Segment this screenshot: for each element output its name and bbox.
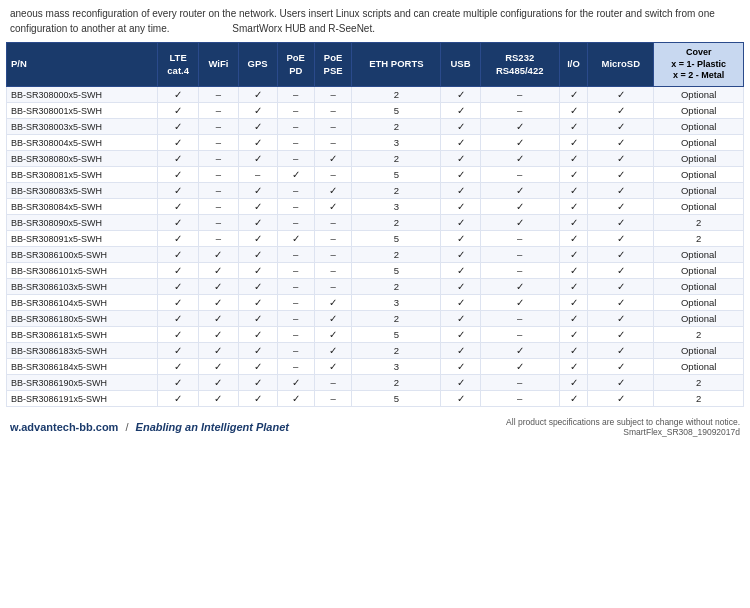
cell-value: ✓ — [559, 215, 588, 231]
cell-value: ✓ — [588, 391, 654, 407]
footer-website[interactable]: w.advantech-bb.com — [10, 421, 118, 433]
col-eth: ETH PORTS — [352, 43, 441, 87]
cell-value: ✓ — [157, 263, 199, 279]
cell-value: ✓ — [199, 391, 238, 407]
cell-value: ✓ — [157, 167, 199, 183]
cell-value: 2 — [352, 151, 441, 167]
table-row: BB-SR3086104x5-SWH✓✓✓–✓3✓✓✓✓Optional — [7, 295, 744, 311]
cell-value: – — [277, 103, 314, 119]
cell-value: – — [277, 327, 314, 343]
cell-value: – — [277, 135, 314, 151]
cell-value: ✓ — [157, 375, 199, 391]
top-text-right: SmartWorx HUB and R-SeeNet. — [232, 23, 375, 34]
cell-value: Optional — [654, 295, 744, 311]
cell-value: ✓ — [588, 375, 654, 391]
cell-value: ✓ — [441, 87, 480, 103]
cell-value: ✓ — [277, 375, 314, 391]
cell-value: ✓ — [157, 135, 199, 151]
cell-value: ✓ — [277, 231, 314, 247]
cell-value: 5 — [352, 327, 441, 343]
cell-value: – — [314, 119, 352, 135]
cell-value: 2 — [352, 87, 441, 103]
cell-value: ✓ — [559, 167, 588, 183]
cell-value: – — [314, 215, 352, 231]
cell-value: – — [277, 183, 314, 199]
table-row: BB-SR308000x5-SWH✓–✓––2✓–✓✓Optional — [7, 87, 744, 103]
cell-value: 2 — [654, 231, 744, 247]
cell-value: 2 — [654, 375, 744, 391]
cell-value: ✓ — [157, 215, 199, 231]
cell-value: – — [277, 119, 314, 135]
cell-value: ✓ — [480, 359, 559, 375]
cell-value: ✓ — [157, 359, 199, 375]
cell-value: ✓ — [441, 167, 480, 183]
cell-value: ✓ — [157, 391, 199, 407]
cell-value: – — [480, 375, 559, 391]
cell-value: – — [199, 183, 238, 199]
cell-value: – — [314, 375, 352, 391]
cell-value: – — [199, 135, 238, 151]
cell-value: – — [199, 151, 238, 167]
cell-pn: BB-SR3086191x5-SWH — [7, 391, 158, 407]
cell-value: ✓ — [441, 183, 480, 199]
cell-value: ✓ — [157, 183, 199, 199]
cell-value: ✓ — [559, 359, 588, 375]
cell-value: ✓ — [588, 215, 654, 231]
cell-value: ✓ — [559, 231, 588, 247]
cell-value: ✓ — [157, 343, 199, 359]
table-row: BB-SR3086181x5-SWH✓✓✓–✓5✓–✓✓2 — [7, 327, 744, 343]
col-poe-pse: PoEPSE — [314, 43, 352, 87]
cell-value: – — [277, 151, 314, 167]
cell-value: ✓ — [559, 327, 588, 343]
cell-value: ✓ — [199, 295, 238, 311]
table-row: BB-SR3086191x5-SWH✓✓✓✓–5✓–✓✓2 — [7, 391, 744, 407]
cell-value: ✓ — [238, 263, 277, 279]
cell-value: ✓ — [441, 199, 480, 215]
cell-value: ✓ — [441, 279, 480, 295]
cell-value: ✓ — [199, 343, 238, 359]
cell-value: – — [199, 167, 238, 183]
cell-value: – — [199, 103, 238, 119]
cell-value: 3 — [352, 359, 441, 375]
footer: w.advantech-bb.com / Enabling an Intelli… — [0, 411, 750, 443]
cell-value: ✓ — [199, 375, 238, 391]
cell-value: ✓ — [238, 359, 277, 375]
cell-value: – — [238, 167, 277, 183]
cell-value: – — [480, 247, 559, 263]
cell-value: Optional — [654, 183, 744, 199]
cell-value: 3 — [352, 135, 441, 151]
cell-value: ✓ — [559, 199, 588, 215]
cell-pn: BB-SR3086104x5-SWH — [7, 295, 158, 311]
col-lte: LTEcat.4 — [157, 43, 199, 87]
cell-value: – — [314, 391, 352, 407]
cell-value: ✓ — [157, 103, 199, 119]
cell-value: ✓ — [559, 247, 588, 263]
cell-value: ✓ — [157, 327, 199, 343]
table-row: BB-SR308084x5-SWH✓–✓–✓3✓✓✓✓Optional — [7, 199, 744, 215]
cell-value: – — [199, 231, 238, 247]
table-row: BB-SR308091x5-SWH✓–✓✓–5✓–✓✓2 — [7, 231, 744, 247]
cell-value: ✓ — [277, 167, 314, 183]
cell-value: – — [277, 343, 314, 359]
cell-value: ✓ — [559, 263, 588, 279]
cell-value: Optional — [654, 135, 744, 151]
cell-value: ✓ — [559, 119, 588, 135]
cell-value: ✓ — [199, 327, 238, 343]
col-rs232: RS232RS485/422 — [480, 43, 559, 87]
cell-value: ✓ — [559, 103, 588, 119]
cell-value: ✓ — [588, 151, 654, 167]
cell-value: ✓ — [480, 199, 559, 215]
cell-value: ✓ — [441, 151, 480, 167]
cell-value: ✓ — [588, 167, 654, 183]
col-cover: Coverx = 1- Plasticx = 2 - Metal — [654, 43, 744, 87]
cell-value: ✓ — [314, 327, 352, 343]
cell-value: ✓ — [588, 103, 654, 119]
cell-value: – — [314, 135, 352, 151]
table-row: BB-SR308081x5-SWH✓––✓–5✓–✓✓Optional — [7, 167, 744, 183]
cell-value: ✓ — [314, 183, 352, 199]
cell-value: ✓ — [238, 199, 277, 215]
cell-value: ✓ — [238, 87, 277, 103]
cell-value: ✓ — [480, 135, 559, 151]
footer-docid: SmartFlex_SR308_19092017d — [623, 427, 740, 437]
cell-value: ✓ — [238, 103, 277, 119]
